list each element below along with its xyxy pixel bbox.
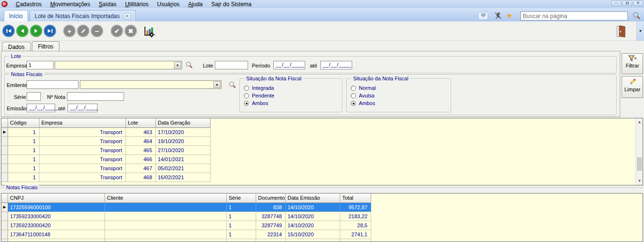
menu-movimentacoes[interactable]: Movimentações: [46, 0, 95, 8]
situacao-nota-fiscal-group-2: Situação da Nota Fiscal Normal Avulsa Am…: [346, 78, 451, 112]
periodo-label: Período: [252, 63, 270, 68]
radio-normal[interactable]: [351, 86, 356, 91]
last-record-button[interactable]: [44, 25, 56, 37]
vertical-scrollbar[interactable]: ▲ ▼: [635, 118, 643, 185]
cell: 22314: [256, 230, 286, 239]
cell: 14/10/2020: [286, 203, 340, 212]
table-row[interactable]: 17359233000420 1 3287749 14/10/2020 28,5: [1, 221, 372, 230]
empresa-code-input[interactable]: [27, 61, 54, 69]
app-icon[interactable]: D: [1, 1, 8, 7]
col-data-geracao[interactable]: Data Geração: [156, 118, 211, 128]
numero-nota-input[interactable]: [67, 92, 124, 101]
scrollbar-thumb[interactable]: [637, 157, 642, 171]
menu-sair-do-sistema[interactable]: Sair do Sistema: [207, 0, 256, 8]
cell: 1: [227, 230, 256, 239]
search-input[interactable]: [520, 11, 628, 20]
cancel-button[interactable]: ✖: [125, 25, 137, 37]
restore-icon: [626, 2, 629, 4]
tab-dados[interactable]: Dados: [2, 42, 31, 51]
emitente-lookup-icon[interactable]: [229, 81, 236, 89]
next-record-button[interactable]: [30, 25, 42, 37]
chart-settings-icon[interactable]: [143, 25, 155, 38]
table-row[interactable]: 17359233000420 1 3287748 14/10/2020 2183…: [1, 212, 372, 221]
filtrar-label: Filtrar: [622, 63, 643, 68]
restore-button[interactable]: [622, 0, 632, 6]
table-row-selected[interactable]: ▶ 17325596000100 1 838 14/10/2020 9572,8…: [1, 203, 372, 212]
col-data-emissao[interactable]: Data Emissão: [286, 194, 340, 203]
notas-fiscais-group-title: Notas Fiscais: [9, 71, 44, 77]
confirm-button[interactable]: ✔: [111, 25, 123, 37]
tab-filtros[interactable]: Filtros: [32, 41, 60, 51]
cell: 17/10/2020: [156, 128, 211, 137]
combo-arrow-icon[interactable]: ▼: [213, 81, 221, 88]
empresa-combo[interactable]: ▼: [55, 61, 182, 69]
radio-ambos-2[interactable]: [351, 101, 356, 106]
cell: 1: [227, 221, 256, 230]
table-row[interactable]: 1 Transport 465 27/10/2020: [1, 146, 211, 155]
emissao-to-input[interactable]: __/__/____: [67, 104, 97, 112]
menu-utilitarios[interactable]: Utilitários: [121, 0, 153, 8]
toolbar-more-dropdown[interactable]: ▼: [636, 21, 644, 41]
favorite-star-icon[interactable]: ★: [506, 11, 512, 20]
emissao-from-input[interactable]: __/__/____: [27, 104, 55, 112]
radio-avulsa[interactable]: [351, 93, 356, 98]
col-documento[interactable]: Documento: [256, 194, 286, 203]
lote-input[interactable]: [215, 61, 248, 69]
menu-saidas[interactable]: Saídas: [95, 0, 121, 8]
serie-input[interactable]: [27, 92, 41, 101]
table-row[interactable]: ▶ 1 Transport 463 17/10/2020: [1, 128, 211, 137]
col-serie[interactable]: Série: [227, 194, 256, 203]
col-cliente[interactable]: Cliente: [105, 194, 227, 203]
table-row[interactable]: 1 Transport 468 16/02/2021: [1, 173, 211, 182]
delete-record-button[interactable]: −: [91, 25, 103, 37]
menu-ajuda[interactable]: Ajuda: [184, 0, 207, 8]
scroll-down-icon[interactable]: ▼: [636, 177, 643, 185]
table-row[interactable]: 17364711000148 1 22314 15/10/2020 2741,1: [1, 230, 372, 239]
periodo-to-input[interactable]: __/__/____: [320, 61, 352, 69]
scroll-up-icon[interactable]: ▲: [636, 118, 643, 126]
col-empresa[interactable]: Empresa: [39, 118, 126, 128]
radio-ambos-1[interactable]: [244, 101, 249, 106]
table-row[interactable]: 1 Transport 466 14/01/2021: [1, 155, 211, 164]
radio-pendente[interactable]: [244, 93, 249, 98]
menu-cadastros[interactable]: Cadastros: [11, 0, 46, 8]
emitente-code-input[interactable]: [27, 80, 78, 89]
previous-record-button[interactable]: [16, 25, 29, 37]
periodo-from-input[interactable]: __/__/____: [273, 61, 305, 69]
emitente-combo[interactable]: ▼: [80, 80, 221, 89]
cell: 27/10/2020: [156, 146, 211, 155]
cell: 05/02/2021: [156, 164, 211, 173]
cell: Transport: [39, 137, 126, 146]
col-codigo[interactable]: Código: [8, 118, 39, 128]
filtrar-button[interactable]: = Filtrar: [622, 53, 643, 74]
menu-usuarios[interactable]: Usuários: [153, 0, 183, 8]
record-toolbar: + − ✔ ✖ ▼: [0, 21, 644, 41]
first-record-button[interactable]: [2, 25, 15, 37]
add-record-button[interactable]: +: [63, 25, 76, 37]
exit-door-icon[interactable]: [615, 24, 628, 38]
chevron-down-icon[interactable]: [478, 12, 488, 20]
combo-arrow-icon[interactable]: ▼: [174, 62, 181, 68]
col-cnpj[interactable]: CNPJ: [8, 194, 105, 203]
table-row[interactable]: 1 Transport 464 19/10/2020: [1, 137, 211, 146]
radio-pendente-label: Pendente: [252, 93, 274, 98]
edit-record-button[interactable]: [77, 25, 89, 37]
table-row[interactable]: [1, 239, 372, 242]
col-lote[interactable]: Lote: [126, 118, 156, 128]
table-row[interactable]: 1 Transport 467 05/02/2021: [1, 164, 211, 173]
search-icon[interactable]: [632, 11, 640, 19]
tab-inicio[interactable]: Início: [4, 10, 28, 21]
pin-disabled-icon[interactable]: [494, 12, 502, 20]
cell: 14/10/2020: [286, 221, 340, 230]
radio-ambos-2-label: Ambos: [359, 100, 375, 106]
minimize-button[interactable]: —: [611, 0, 621, 6]
filter-funnel-icon: =: [628, 55, 637, 62]
radio-integrada[interactable]: [244, 86, 249, 91]
cell: [105, 203, 227, 212]
tab-close-icon[interactable]: ✕: [124, 13, 131, 19]
col-total[interactable]: Total: [340, 194, 371, 203]
limpar-button[interactable]: Limpar: [622, 76, 643, 98]
tab-lote-notas-fiscais[interactable]: Lote de Notas Fiscais Importadas ✕: [29, 10, 136, 21]
empresa-lookup-icon[interactable]: [185, 61, 193, 69]
close-button[interactable]: ✕: [633, 0, 643, 6]
